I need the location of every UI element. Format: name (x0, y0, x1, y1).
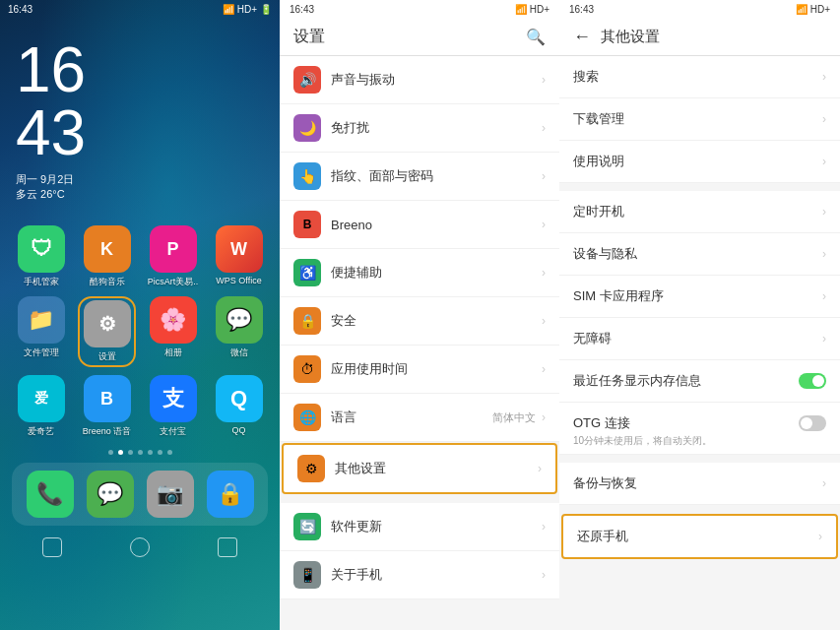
app-wps[interactable]: W WPS Office (210, 225, 268, 288)
settings-network: 📶 HD+ (515, 4, 549, 15)
clock-hour: 16 (16, 38, 264, 101)
music-icon: K (84, 225, 131, 273)
dot-4 (138, 450, 143, 455)
app-gallery[interactable]: 🌸 相册 (144, 296, 202, 367)
sound-chevron: › (542, 73, 546, 87)
camera-icon: 📷 (147, 471, 194, 518)
dock-sms[interactable]: 💬 (84, 471, 136, 518)
page-dots (0, 446, 280, 459)
backup-label: 备份与恢复 (573, 474, 822, 492)
other-status-bar: 16:43 📶 HD+ (559, 0, 840, 19)
settings-item-language[interactable]: 🌐 语言 简体中文 › (280, 394, 559, 442)
other-item-search[interactable]: 搜索 › (559, 56, 840, 98)
settings-title: 设置 (293, 27, 325, 47)
alipay-icon: 支 (150, 375, 197, 422)
settings-item-update[interactable]: 🔄 软件更新 › (280, 503, 559, 551)
app-alipay[interactable]: 支 支付宝 (144, 375, 202, 438)
app-grid-row1: 🛡 手机管家 K 酷狗音乐 P PicsArt美易.. W WPS Office (0, 206, 280, 296)
settings-item-security[interactable]: 🔒 安全 › (280, 297, 559, 346)
app-grid-row3: 爱 爱奇艺 B Breeno 语音 支 支付宝 Q QQ (0, 375, 280, 446)
back-button[interactable]: ← (573, 27, 591, 47)
other-settings-list: 搜索 › 下载管理 › 使用说明 › 定时开机 › 设备与隐私 › SIM 卡应… (559, 56, 840, 559)
dock-safe[interactable]: 🔒 (204, 471, 256, 518)
gallery-label: 相册 (164, 346, 182, 359)
other-item-scheduled[interactable]: 定时开机 › (559, 191, 840, 233)
app-music[interactable]: K 酷狗音乐 (78, 225, 136, 288)
other-item-memory[interactable]: 最近任务显示内存信息 (559, 360, 840, 403)
dnd-chevron: › (542, 121, 546, 135)
dot-2 (118, 450, 123, 455)
other-item-reset[interactable]: 还原手机 › (561, 514, 838, 559)
update-label: 软件更新 (331, 518, 542, 536)
privacy-chevron: › (822, 247, 826, 261)
privacy-label: 设备与隐私 (573, 245, 822, 263)
dock-camera[interactable]: 📷 (144, 471, 196, 518)
app-iqiyi[interactable]: 爱 爱奇艺 (12, 375, 70, 438)
iqiyi-icon: 爱 (18, 375, 65, 422)
app-file-manager[interactable]: 📁 文件管理 (12, 296, 70, 367)
wps-label: WPS Office (216, 276, 261, 285)
sim-label: SIM 卡应用程序 (573, 287, 822, 305)
update-chevron: › (542, 520, 546, 534)
access2-chevron: › (822, 332, 826, 346)
search-icon[interactable]: 🔍 (526, 28, 546, 46)
nav-recents[interactable] (218, 537, 237, 557)
dot-1 (108, 450, 113, 455)
access2-label: 无障碍 (573, 330, 822, 347)
app-phone-manager[interactable]: 🛡 手机管家 (12, 225, 70, 288)
app-picsart[interactable]: P PicsArt美易.. (144, 225, 202, 288)
dot-3 (128, 450, 133, 455)
dot-6 (158, 450, 162, 455)
settings-item-sound[interactable]: 🔊 声音与振动 › (280, 56, 559, 104)
bottom-dock: 📞 💬 📷 🔒 (12, 463, 268, 526)
memory-toggle[interactable] (799, 373, 826, 389)
security-label: 安全 (331, 312, 542, 330)
memory-toggle-thumb (812, 375, 824, 387)
other-item-privacy[interactable]: 设备与隐私 › (559, 233, 840, 276)
other-item-sim[interactable]: SIM 卡应用程序 › (559, 276, 840, 318)
settings-item-breeno[interactable]: B Breeno › (280, 201, 559, 249)
dock-phone[interactable]: 📞 (24, 471, 76, 518)
settings-item-about[interactable]: 📱 关于手机 › (280, 551, 559, 599)
breeno-settings-label: Breeno (331, 218, 542, 232)
security-chevron: › (542, 314, 546, 328)
nav-back[interactable] (42, 537, 62, 557)
dnd-label: 免打扰 (331, 119, 542, 137)
nav-home[interactable] (130, 537, 150, 557)
otg-toggle[interactable] (799, 415, 826, 431)
breeno-label: Breeno 语音 (83, 425, 132, 438)
other-icon: ⚙ (297, 455, 325, 482)
other-item-guide[interactable]: 使用说明 › (559, 141, 840, 183)
clock-minute: 43 (16, 101, 264, 164)
iqiyi-label: 爱奇艺 (28, 425, 54, 438)
settings-item-fingerprint[interactable]: 👆 指纹、面部与密码 › (280, 153, 559, 201)
other-chevron: › (538, 462, 542, 475)
settings-label: 设置 (98, 350, 116, 363)
other-item-backup[interactable]: 备份与恢复 › (559, 463, 840, 505)
other-item-download[interactable]: 下载管理 › (559, 98, 840, 141)
sound-label: 声音与振动 (331, 71, 542, 89)
app-settings[interactable]: ⚙ 设置 (78, 296, 136, 367)
app-wechat[interactable]: 💬 微信 (210, 296, 268, 367)
fingerprint-chevron: › (542, 169, 546, 183)
about-icon: 📱 (293, 561, 321, 589)
guide-chevron: › (822, 155, 826, 168)
otg-label: OTG 连接 (573, 414, 799, 432)
app-qq[interactable]: Q QQ (210, 375, 268, 438)
qq-icon: Q (216, 375, 263, 422)
other-item-access2[interactable]: 无障碍 › (559, 318, 840, 360)
search-item-label: 搜索 (573, 68, 822, 86)
app-breeno[interactable]: B Breeno 语音 (78, 375, 136, 438)
settings-item-dnd[interactable]: 🌙 免打扰 › (280, 104, 559, 153)
settings-item-accessibility[interactable]: ♿ 便捷辅助 › (280, 249, 559, 297)
settings-icon: ⚙ (84, 300, 131, 347)
other-item-otg[interactable]: OTG 连接 10分钟未使用后，将自动关闭。 (559, 403, 840, 455)
download-chevron: › (822, 112, 826, 126)
settings-item-screentime[interactable]: ⏱ 应用使用时间 › (280, 346, 559, 394)
battery-icon: 🔋 (260, 4, 272, 15)
settings-divider (280, 495, 559, 503)
picsart-label: PicsArt美易.. (148, 276, 199, 288)
other-network: 📶 HD+ (796, 4, 830, 15)
screentime-icon: ⏱ (293, 355, 321, 383)
settings-item-other[interactable]: ⚙ 其他设置 › (282, 443, 557, 494)
